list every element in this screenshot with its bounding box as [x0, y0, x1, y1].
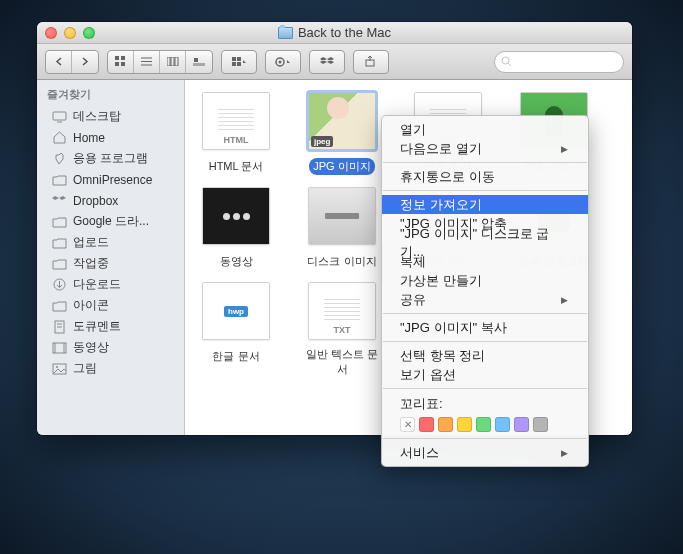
menu-item[interactable]: "JPG 이미지" 복사	[382, 318, 588, 337]
file-item-9[interactable]: TXT일반 텍스트 문서	[299, 282, 385, 378]
list-view-button[interactable]	[134, 51, 160, 73]
svg-rect-14	[237, 57, 241, 61]
svg-rect-2	[115, 62, 119, 66]
menu-item[interactable]: 정보 가져오기	[382, 195, 588, 214]
sidebar-item-label: 동영상	[73, 339, 109, 356]
file-item-1[interactable]: jpegJPG 이미지	[299, 92, 385, 175]
column-view-button[interactable]	[160, 51, 186, 73]
file-label: 동영상	[216, 253, 257, 270]
menu-item[interactable]: 휴지통으로 이동	[382, 167, 588, 186]
menu-item-label: 복제	[400, 253, 426, 271]
sidebar-item-3[interactable]: OmniPresence	[37, 169, 184, 190]
folder-icon	[51, 173, 67, 187]
sidebar-item-8[interactable]: 다운로드	[37, 274, 184, 295]
sidebar-item-0[interactable]: 데스크탑	[37, 106, 184, 127]
share-button[interactable]	[354, 51, 388, 73]
menu-item[interactable]: 공유▶	[382, 290, 588, 309]
sidebar-item-6[interactable]: 업로드	[37, 232, 184, 253]
menu-item-label: 휴지통으로 이동	[400, 168, 495, 186]
folder-icon	[51, 236, 67, 250]
sidebar-item-10[interactable]: 도큐멘트	[37, 316, 184, 337]
arrange-button[interactable]	[222, 51, 256, 73]
file-label: 디스크 이미지	[303, 253, 380, 270]
action-button[interactable]	[266, 51, 300, 73]
search-field[interactable]	[494, 51, 624, 73]
window-title-text: Back to the Mac	[298, 25, 391, 40]
svg-point-32	[56, 366, 58, 368]
zoom-button[interactable]	[83, 27, 95, 39]
sidebar-item-12[interactable]: 그림	[37, 358, 184, 379]
sidebar-item-label: 업로드	[73, 234, 109, 251]
menu-item[interactable]: 가상본 만들기	[382, 271, 588, 290]
sidebar-item-4[interactable]: Dropbox	[37, 190, 184, 211]
sidebar-item-label: Home	[73, 131, 105, 145]
sidebar-item-7[interactable]: 작업중	[37, 253, 184, 274]
file-item-0[interactable]: HTMLHTML 문서	[193, 92, 279, 175]
menu-item-label: 정보 가져오기	[400, 196, 482, 214]
sidebar-item-5[interactable]: Google 드라...	[37, 211, 184, 232]
menu-item[interactable]: 열기	[382, 120, 588, 139]
picture-icon	[51, 362, 67, 376]
tag-color-1[interactable]	[419, 417, 434, 432]
sidebar: 즐겨찾기 데스크탑Home응용 프로그램OmniPresenceDropboxG…	[37, 80, 185, 435]
menu-item-services[interactable]: 서비스▶	[382, 443, 588, 462]
menu-separator	[383, 162, 587, 163]
coverflow-view-button[interactable]	[186, 51, 212, 73]
menu-separator	[383, 438, 587, 439]
folder-icon	[51, 215, 67, 229]
window-title: Back to the Mac	[37, 25, 632, 40]
apps-icon	[51, 152, 67, 166]
file-item-8[interactable]: hwp한글 문서	[193, 282, 279, 378]
tag-color-4[interactable]	[476, 417, 491, 432]
sidebar-item-label: 그림	[73, 360, 97, 377]
dropbox-icon	[51, 194, 67, 208]
folder-icon	[278, 27, 293, 39]
sidebar-item-2[interactable]: 응용 프로그램	[37, 148, 184, 169]
toolbar	[37, 44, 632, 80]
tag-color-5[interactable]	[495, 417, 510, 432]
titlebar[interactable]: Back to the Mac	[37, 22, 632, 44]
svg-point-20	[502, 57, 509, 64]
icon-view-button[interactable]	[108, 51, 134, 73]
sidebar-item-label: 응용 프로그램	[73, 150, 148, 167]
menu-item[interactable]: 보기 옵션	[382, 365, 588, 384]
close-button[interactable]	[45, 27, 57, 39]
tag-color-6[interactable]	[514, 417, 529, 432]
tag-color-2[interactable]	[438, 417, 453, 432]
svg-line-21	[508, 63, 511, 66]
menu-item[interactable]: "JPG 이미지" 디스크로 굽기...	[382, 233, 588, 252]
sidebar-item-label: 다운로드	[73, 276, 121, 293]
svg-point-18	[279, 60, 282, 63]
svg-rect-13	[232, 57, 236, 61]
traffic-lights	[45, 27, 95, 39]
tag-color-7[interactable]	[533, 417, 548, 432]
sidebar-item-1[interactable]: Home	[37, 127, 184, 148]
sidebar-item-label: Dropbox	[73, 194, 118, 208]
file-label: 한글 문서	[208, 348, 263, 365]
minimize-button[interactable]	[64, 27, 76, 39]
menu-item-label: 공유	[400, 291, 426, 309]
sidebar-heading: 즐겨찾기	[37, 86, 184, 106]
folder-icon	[51, 299, 67, 313]
sidebar-item-11[interactable]: 동영상	[37, 337, 184, 358]
arrange-button-group	[221, 50, 257, 74]
tag-none[interactable]: ✕	[400, 417, 415, 432]
menu-item[interactable]: 선택 항목 정리	[382, 346, 588, 365]
file-item-4[interactable]: 동영상	[193, 187, 279, 270]
svg-rect-1	[121, 56, 125, 60]
sidebar-item-label: 도큐멘트	[73, 318, 121, 335]
menu-separator	[383, 388, 587, 389]
forward-button[interactable]	[72, 51, 98, 73]
file-thumbnail	[308, 187, 376, 245]
menu-item-label: 보기 옵션	[400, 366, 456, 384]
tag-color-3[interactable]	[457, 417, 472, 432]
sidebar-item-9[interactable]: 아이콘	[37, 295, 184, 316]
dropbox-button[interactable]	[310, 51, 344, 73]
submenu-arrow-icon: ▶	[561, 295, 568, 305]
file-label: 일반 텍스트 문서	[299, 346, 385, 378]
back-button[interactable]	[46, 51, 72, 73]
menu-item[interactable]: 다음으로 열기▶	[382, 139, 588, 158]
svg-rect-16	[237, 62, 241, 66]
search-input[interactable]	[516, 56, 606, 68]
file-item-5[interactable]: 디스크 이미지	[299, 187, 385, 270]
